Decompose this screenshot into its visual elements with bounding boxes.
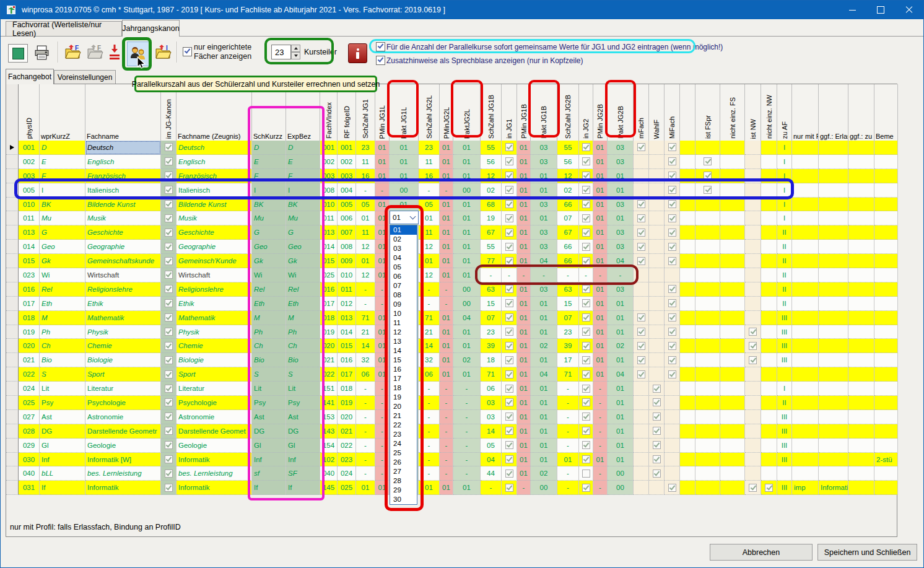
cell-schzahljg1b[interactable]: 55 [481,141,502,155]
cell-pminjg2l[interactable]: - [440,439,453,453]
cell-expbez[interactable]: S [286,367,320,382]
cell-schzahljg2l[interactable]: - [419,183,440,198]
cell-schzahljg1b[interactable]: 19 [481,211,502,225]
cell-istfspr[interactable] [695,211,720,225]
cell-schzahljg2b[interactable]: 71 [557,367,579,382]
cell-schkurzz[interactable]: Mu [252,211,286,225]
cell-beme[interactable] [874,169,898,183]
cell-nichteinznw[interactable] [761,367,777,382]
cell-schzahljg2l[interactable]: 01 [419,254,440,268]
cell-schkurzz[interactable]: Geo [252,240,286,254]
cell-paktjg2l[interactable]: 01 [453,240,481,254]
cell-pminjg1l[interactable]: 01 [375,311,390,325]
cell-schkurzz[interactable]: Psy [252,396,286,410]
cell-wprkurzz[interactable]: Geo [40,240,85,254]
cell-mifach[interactable] [665,424,680,439]
cell-ggferlas[interactable] [819,183,848,198]
cell-paktjg2l[interactable]: - [453,382,481,396]
cell-physid[interactable]: 025 [19,396,40,410]
cell-istnw[interactable] [745,225,761,240]
cell-fachnamez[interactable]: Französisch [177,169,252,183]
cell-pminjg1l[interactable]: 01 [375,339,390,353]
cell-nurmitp[interactable] [792,282,819,297]
cell-wahlf[interactable] [649,183,665,198]
cell-paktjg2l[interactable]: 02 [453,353,481,367]
cell-marker[interactable] [6,183,19,198]
cancel-button[interactable]: Abbrechen [710,544,813,561]
dropdown-option-06[interactable]: 06 [390,272,417,281]
cell-fachname[interactable]: Italienisch [85,183,161,198]
cell-paktjg1b[interactable]: 01 [531,311,557,325]
cell-mifach[interactable] [665,453,680,467]
cell-wahlf[interactable] [649,155,665,169]
cell-ggferlas[interactable] [819,382,848,396]
cell-istfspr[interactable] [695,439,720,453]
cell-marker[interactable] [6,297,19,311]
cell-pminjg1b[interactable]: - [517,268,531,282]
cell-marker[interactable] [6,481,19,495]
cell-pminjg2l[interactable]: - [440,424,453,439]
cell-zuaf[interactable]: III [777,325,792,339]
cell-nurmitp[interactable] [792,466,819,481]
cell-mfach[interactable] [634,211,649,225]
cell-schzahljg2l[interactable]: 12 [419,240,440,254]
cell-wprkurzz[interactable]: Ast [40,410,85,424]
cell-ggfzu[interactable] [848,453,874,467]
cell-zuaf[interactable]: II [777,268,792,282]
cell-pminjg1b[interactable]: 01 [517,424,531,439]
cell-fachvindex[interactable]: 102 [320,453,338,467]
cell-schzahljg1[interactable]: - [356,410,375,424]
cell-marker[interactable] [6,254,19,268]
cell-emptycol[interactable] [680,367,695,382]
cell-schzahljg1[interactable]: - [356,382,375,396]
cell-schzahljg1[interactable]: - [356,439,375,453]
cell-wahlf[interactable] [649,439,665,453]
cell-physid[interactable]: 019 [19,325,40,339]
cell-beme[interactable] [874,297,898,311]
cell-ggfzu[interactable] [848,353,874,367]
cell-fachvindex[interactable]: 013 [320,225,338,240]
cell-ggferlas[interactable] [819,339,848,353]
cell-pminjg1b[interactable]: 01 [517,396,531,410]
cell-rffolgeid[interactable]: 007 [338,225,356,240]
cell-paktjg2b[interactable]: 03 [608,240,634,254]
cell-pminjg2l[interactable]: 01 [440,325,453,339]
cell-nichteinzfs[interactable] [720,424,745,439]
cell-nichteinznw[interactable] [761,268,777,282]
cell-physid[interactable]: 023 [19,268,40,282]
cell-schzahljg1[interactable]: - [356,297,375,311]
cell-fachvindex[interactable]: 141 [320,396,338,410]
cell-ggferlas[interactable] [819,240,848,254]
cell-nichteinznw[interactable] [761,297,777,311]
cell-pminjg2b[interactable]: 01 [593,141,608,155]
cell-beme[interactable] [874,211,898,225]
cell-fachnamez[interactable]: Bildende Kunst [177,198,252,212]
cell-injg1[interactable] [502,169,517,183]
cell-pminjg1b[interactable]: 01 [517,439,531,453]
cell-pminjg1l[interactable]: - [375,466,390,481]
cell-schzahljg1b[interactable]: - [481,268,502,282]
cell-expbez[interactable]: Geo [286,240,320,254]
cell-emptycol[interactable] [680,297,695,311]
cell-schzahljg2b[interactable]: 63 [557,282,579,297]
cell-fachnamez[interactable]: Psychologie [177,396,252,410]
cell-pminjg1l[interactable]: 01 [375,141,390,155]
cell-pminjg1l[interactable]: - [375,282,390,297]
cell-schkurzz[interactable]: Ph [252,325,286,339]
cell-pminjg2l[interactable]: - [440,396,453,410]
cell-schzahljg2l[interactable]: 23 [419,141,440,155]
cell-injg2[interactable] [579,254,593,268]
cell-istnw[interactable] [745,268,761,282]
cell-paktjg1b[interactable]: 01 [531,396,557,410]
cell-wahlf[interactable] [649,297,665,311]
cell-beme[interactable] [874,240,898,254]
cell-paktjg1l[interactable]: 00 [390,183,419,198]
cell-ggfzu[interactable] [848,367,874,382]
cell-schzahljg2b[interactable]: 07 [557,211,579,225]
cell-paktjg2b[interactable]: 01 [608,325,634,339]
cell-zuaf[interactable]: III [777,481,792,495]
dropdown-option-16[interactable]: 16 [390,365,417,374]
cell-mifach[interactable] [665,367,680,382]
cell-nurmitp[interactable]: imp [792,481,819,495]
cell-ggfzu[interactable] [848,481,874,495]
